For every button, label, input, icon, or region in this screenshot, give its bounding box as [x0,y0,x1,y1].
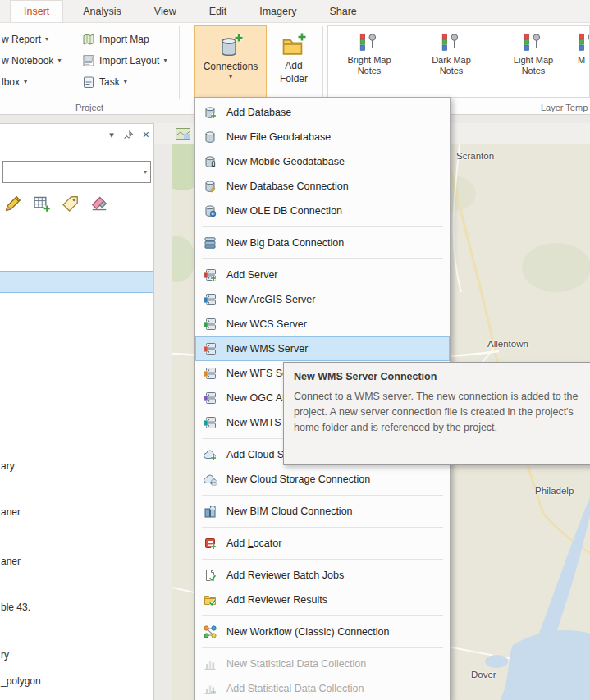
layer-templates-gallery: Bright Map Notes Dark Map Notes Light Ma… [327,25,590,98]
new-table-icon[interactable] [33,194,51,213]
gallery-item-dark-map-notes[interactable]: Dark Map Notes [410,26,492,97]
menu-item-label: Add Statistical Data Collection [226,683,364,694]
ribbon-tab-bar: Insert Analysis View Edit Imagery Share [0,0,590,23]
tab-share[interactable]: Share [316,0,369,22]
menu-item-add-reviewer-results[interactable]: Add Reviewer Results [195,588,450,612]
import-layout-label: Import Layout [99,55,159,66]
tab-analysis[interactable]: Analysis [70,0,135,22]
menu-item-new-statistical-data-collection: New Statistical Data Collection [195,652,450,676]
file-geodatabase-icon [204,130,217,144]
menu-item-add-reviewer-batch-jobs[interactable]: Add Reviewer Batch Jobs [195,563,450,588]
map-label-philadelphia: Philadelp [535,486,574,496]
menu-item-label: Add Server [226,269,278,281]
catalog-pane: ▾ × ▾ ary aner aner ble 43. ry _polygon [0,123,154,700]
selected-list-item[interactable] [0,271,153,293]
database-connection-icon [204,180,217,193]
toolbox-button[interactable]: lbox ▾ [2,74,27,90]
menu-item-label: New BIM Cloud Connection [226,506,353,517]
map-label-allentown: Allentown [487,339,528,349]
menu-item-label: Add Database [226,107,291,118]
group-label-layer-templates: Layer Temp [541,103,588,112]
menu-item-new-mobile-geodatabase[interactable]: New Mobile Geodatabase [195,149,450,174]
pane-pin-icon[interactable] [123,130,134,140]
menu-item-new-database-connection[interactable]: New Database Connection [195,174,450,199]
pane-search-box: ▾ [2,161,151,183]
menu-item-label: New Database Connection [226,181,349,192]
menu-item-new-wms-server[interactable]: New WMS Server [195,336,450,361]
gallery-item-bright-map-notes[interactable]: Bright Map Notes [328,26,410,97]
menu-separator [202,615,443,616]
gallery-item-light-map-notes[interactable]: Light Map Notes [492,26,574,97]
search-input[interactable] [3,162,140,182]
connections-button[interactable]: Connections ▾ [194,25,267,98]
map-label-dover: Dover [471,670,496,679]
database-add-icon [204,106,217,119]
add-folder-button[interactable]: Add Folder [270,25,318,98]
import-layout-button[interactable]: Import Layout ▾ [82,53,167,69]
map-label-scranton: Scranton [456,151,494,161]
task-button[interactable]: Task ▾ [82,74,127,90]
menu-item-add-database[interactable]: Add Database [195,100,450,125]
menu-item-label: Add Reviewer Batch Jobs [226,570,344,581]
statistical-data-add-icon [204,682,217,695]
chevron-down-icon: ▾ [163,57,167,64]
map-view-tab-icon[interactable] [176,128,190,140]
arcgis-pro-window: Insert Analysis View Edit Imagery Share … [0,0,590,700]
cloud-storage-add-icon [204,448,217,461]
server-add-icon [204,268,217,281]
menu-separator [202,647,443,648]
statistical-data-new-icon [204,657,217,670]
map-notes-pins-icon [523,31,544,53]
menu-item-add-server[interactable]: Add Server [195,263,450,287]
chevron-down-icon: ▾ [45,36,48,43]
tab-edit[interactable]: Edit [196,0,240,22]
add-folder-label-line2: Folder [280,73,308,85]
tooltip-body: Connect to a WMS server. The new connect… [294,389,583,435]
menu-item-new-big-data-connection[interactable]: New Big Data Connection [195,231,450,255]
tooltip-title: New WMS Server Connection [294,371,586,382]
menu-item-new-wcs-server[interactable]: New WCS Server [195,312,450,336]
ole-db-connection-icon [204,204,217,217]
menu-item-new-file-geodatabase[interactable]: New File Geodatabase [195,125,450,149]
tab-view[interactable]: View [141,0,190,22]
search-options-chevron-icon[interactable]: ▾ [140,168,152,176]
toc-item-fragment[interactable]: _polygon [1,675,41,687]
menu-item-new-arcgis-server[interactable]: New ArcGIS Server [195,287,450,312]
menu-separator [202,258,443,259]
gallery-item-label: Dark Map Notes [422,55,481,76]
wms-server-icon [204,342,217,355]
add-folder-label-line1: Add [285,60,302,71]
chevron-down-icon: ▾ [229,74,232,80]
eraser-icon[interactable] [90,194,108,213]
menu-separator [202,226,443,227]
menu-item-label: Add Locator [226,538,281,549]
menu-separator [202,495,443,496]
label-tag-icon[interactable] [62,194,80,213]
pane-menu-chevron-icon[interactable]: ▾ [109,130,114,140]
menu-item-new-workflow-classic-connection[interactable]: New Workflow (Classic) Connection [195,620,450,644]
tab-insert[interactable]: Insert [10,0,63,22]
import-map-button[interactable]: Import Map [82,31,149,48]
ogc-api-server-icon [204,391,217,405]
edit-pencil-icon[interactable] [4,194,22,213]
wms-server-tooltip: New WMS Server Connection Connect to a W… [283,362,590,465]
chevron-down-icon: ▾ [24,79,27,85]
menu-item-new-ole-db-connection[interactable]: New OLE DB Connection [195,199,450,223]
toc-item-fragment[interactable]: ry [1,649,9,661]
toc-item-fragment[interactable]: ary [1,460,15,472]
pane-close-icon[interactable]: × [143,129,149,140]
tab-imagery[interactable]: Imagery [246,0,309,22]
menu-item-add-locator[interactable]: Add Locator [195,531,450,556]
toc-item-fragment[interactable]: ble 43. [1,602,30,613]
menu-item-new-cloud-storage-connection[interactable]: New Cloud Storage Connection [195,467,450,492]
menu-item-new-bim-cloud-connection[interactable]: New BIM Cloud Connection [195,499,450,524]
map-notes-pins-icon [578,31,590,53]
menu-item-label: New WMS Server [226,343,308,355]
gallery-item-partial[interactable]: M [574,26,590,97]
toc-item-fragment[interactable]: aner [1,556,21,567]
connections-label: Connections [204,61,258,72]
new-notebook-button[interactable]: w Notebook ▾ [2,53,61,69]
toc-item-fragment[interactable]: aner [1,506,21,518]
menu-separator [202,559,443,560]
new-report-button[interactable]: w Report ▾ [2,31,48,48]
